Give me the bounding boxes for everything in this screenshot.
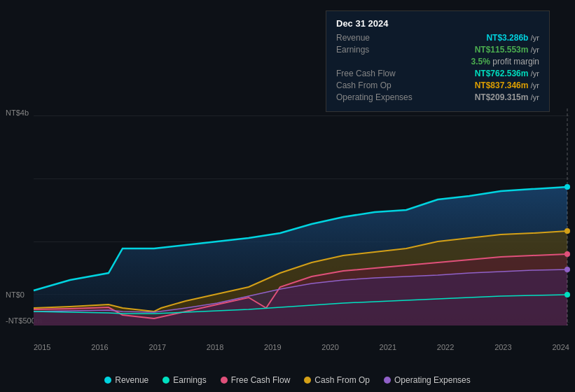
legend-dot-revenue xyxy=(104,377,111,384)
x-label-2019: 2019 xyxy=(264,343,281,351)
tooltip-value-cashfromop: NT$837.346m /yr xyxy=(475,80,539,90)
tooltip-value-opex: NT$209.315m /yr xyxy=(475,92,539,102)
tooltip-row-cashfromop: Cash From Op NT$837.346m /yr xyxy=(336,80,539,90)
tooltip-row-fcf: Free Cash Flow NT$762.536m /yr xyxy=(336,69,539,78)
svg-point-3 xyxy=(564,251,570,257)
legend-dot-opex xyxy=(384,377,391,384)
x-labels: 2015 2016 2017 2018 2019 2020 2021 2022 … xyxy=(34,343,569,351)
legend-label-revenue: Revenue xyxy=(115,375,148,385)
x-label-2018: 2018 xyxy=(207,343,223,351)
tooltip-label-cashfromop: Cash From Op xyxy=(336,80,392,90)
legend-label-cashfromop: Cash From Op xyxy=(314,375,370,385)
svg-point-2 xyxy=(564,228,570,234)
tooltip-row-profit-margin: 3.5% profit margin xyxy=(336,57,539,66)
svg-point-1 xyxy=(564,184,570,190)
tooltip-profit-margin: 3.5% profit margin xyxy=(471,57,539,66)
legend-item-fcf[interactable]: Free Cash Flow xyxy=(221,375,291,385)
legend-dot-earnings xyxy=(162,377,169,384)
tooltip-value-revenue: NT$3.286b /yr xyxy=(486,33,539,43)
legend-item-cashfromop[interactable]: Cash From Op xyxy=(304,375,370,385)
legend-dot-cashfromop xyxy=(304,377,311,384)
tooltip-value-fcf: NT$762.536m /yr xyxy=(475,69,539,78)
x-label-2017: 2017 xyxy=(149,343,166,351)
x-label-2023: 2023 xyxy=(494,343,511,351)
chart-legend: Revenue Earnings Free Cash Flow Cash Fro… xyxy=(0,375,575,385)
tooltip-row-opex: Operating Expenses NT$209.315m /yr xyxy=(336,92,539,102)
tooltip-value-earnings: NT$115.553m /yr xyxy=(475,45,539,55)
legend-item-opex[interactable]: Operating Expenses xyxy=(384,375,471,385)
tooltip-date: Dec 31 2024 xyxy=(336,18,539,29)
tooltip-row-earnings: Earnings NT$115.553m /yr xyxy=(336,45,539,55)
legend-label-opex: Operating Expenses xyxy=(394,375,471,385)
tooltip-label-opex: Operating Expenses xyxy=(336,92,413,102)
x-label-2022: 2022 xyxy=(437,343,454,351)
tooltip-label-revenue: Revenue xyxy=(336,33,370,43)
legend-label-fcf: Free Cash Flow xyxy=(231,375,291,385)
tooltip-row-revenue: Revenue NT$3.286b /yr xyxy=(336,33,539,43)
svg-point-5 xyxy=(564,292,570,298)
tooltip-label-earnings: Earnings xyxy=(336,45,369,55)
legend-label-earnings: Earnings xyxy=(173,375,206,385)
x-label-2016: 2016 xyxy=(91,343,108,351)
chart-container: Dec 31 2024 Revenue NT$3.286b /yr Earnin… xyxy=(0,0,575,392)
x-label-2021: 2021 xyxy=(380,343,396,351)
chart-svg xyxy=(0,108,575,326)
svg-point-4 xyxy=(564,267,570,272)
legend-item-revenue[interactable]: Revenue xyxy=(104,375,148,385)
legend-item-earnings[interactable]: Earnings xyxy=(162,375,206,385)
tooltip-label-fcf: Free Cash Flow xyxy=(336,69,396,78)
tooltip-box: Dec 31 2024 Revenue NT$3.286b /yr Earnin… xyxy=(326,10,550,112)
x-label-2024: 2024 xyxy=(552,343,569,351)
legend-dot-fcf xyxy=(221,377,228,384)
x-label-2020: 2020 xyxy=(321,343,338,351)
x-label-2015: 2015 xyxy=(34,343,50,351)
